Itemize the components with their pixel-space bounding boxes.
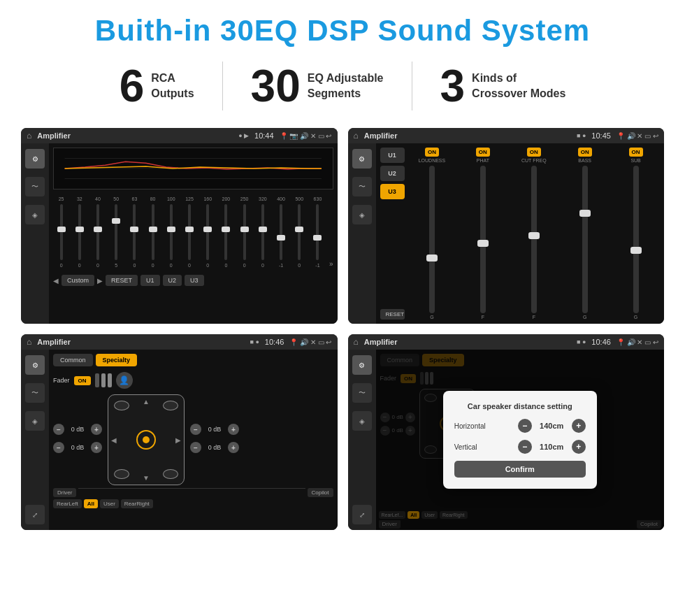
db-control-br: − 0 dB +: [190, 442, 239, 453]
eq-slider-500: 500 0: [291, 196, 308, 268]
sidebar-btn-4-expand[interactable]: ⤢: [352, 505, 372, 524]
btn-rearright[interactable]: RearRight: [121, 499, 153, 508]
slider-phat[interactable]: [480, 166, 486, 313]
sidebar-btn-3-expand[interactable]: ⤢: [25, 505, 45, 524]
next-icon[interactable]: ▶: [97, 277, 103, 285]
value-sub: G: [634, 315, 637, 320]
stat-rca: 6 RCA Outputs: [92, 64, 222, 108]
stat-number-3: 3: [440, 64, 466, 108]
minus-br[interactable]: −: [190, 442, 201, 453]
eq-slider-250: 250 0: [236, 196, 252, 268]
horizontal-minus[interactable]: −: [518, 419, 532, 433]
dsp-channels: ON LOUDNESS G ON PHAT: [408, 148, 661, 320]
time-2: 10:45: [591, 131, 611, 140]
sidebar-3: ⚙ 〜 ◈ ⤢: [21, 350, 49, 530]
arrow-right[interactable]: ▶: [175, 436, 181, 444]
sidebar-btn-3-eq[interactable]: ⚙: [25, 355, 45, 375]
toggle-loudness[interactable]: ON: [425, 148, 439, 157]
u2-btn-1[interactable]: U2: [163, 275, 182, 286]
sidebar-btn-wave[interactable]: 〜: [25, 177, 45, 196]
tab-specialty[interactable]: Specialty: [96, 354, 138, 366]
sidebar-btn-eq[interactable]: ⚙: [25, 149, 45, 169]
channel-phat: ON PHAT F: [459, 148, 507, 320]
sidebar-btn-3-vol[interactable]: ◈: [25, 411, 45, 431]
u1-btn-1[interactable]: U1: [140, 275, 160, 286]
slider-bass[interactable]: [582, 166, 588, 313]
btn-copilot[interactable]: Copilot: [308, 488, 333, 497]
minus-bl[interactable]: −: [53, 442, 64, 453]
preset-u3[interactable]: U3: [380, 184, 405, 199]
toggle-bass[interactable]: ON: [578, 148, 592, 157]
speaker-tr: [163, 401, 178, 410]
status-icons-4: 📍 🔊 ✕ ▭ ↩: [616, 338, 658, 346]
prev-icon[interactable]: ◀: [53, 277, 59, 285]
page-wrapper: Buith-in 30EQ DSP Sound System 6 RCA Out…: [0, 0, 685, 544]
sidebar-btn-4-eq[interactable]: ⚙: [352, 355, 372, 375]
toggle-cutfreq[interactable]: ON: [527, 148, 541, 157]
fader-row: Fader ON 👤: [53, 372, 333, 389]
slider-loudness[interactable]: [429, 166, 435, 313]
toggle-sub[interactable]: ON: [629, 148, 643, 157]
screens-grid: ⌂ Amplifier ● ▶ 10:44 📍 📷 🔊 ✕ ▭ ↩ ⚙ 〜 ◈: [21, 128, 664, 530]
stat-crossover: 3 Kinds of Crossover Modes: [412, 64, 594, 108]
vertical-label: Vertical: [454, 443, 496, 451]
plus-br[interactable]: +: [228, 442, 239, 453]
eq-slider-100: 100 0: [163, 196, 179, 268]
time-3: 10:46: [265, 338, 284, 346]
tab-common[interactable]: Common: [53, 354, 93, 366]
btn-driver[interactable]: Driver: [53, 488, 76, 497]
channel-bass: ON BASS G: [561, 148, 609, 320]
reset-btn-2[interactable]: RESET: [380, 309, 405, 320]
minus-tr[interactable]: −: [190, 424, 201, 435]
slider-cutfreq[interactable]: [531, 166, 537, 313]
label-bass: BASS: [578, 158, 591, 163]
eq-svg: [54, 148, 333, 189]
fader-toggle[interactable]: ON: [74, 376, 91, 385]
fader-bar-3: [108, 373, 112, 387]
arrow-down[interactable]: ▼: [143, 474, 150, 482]
toggle-phat[interactable]: ON: [476, 148, 490, 157]
sidebar-btn-4-vol[interactable]: ◈: [352, 411, 372, 431]
btn-all[interactable]: All: [84, 499, 98, 508]
arrow-up[interactable]: ▲: [143, 398, 150, 406]
preset-u1[interactable]: U1: [380, 148, 405, 163]
speaker-tabs: Common Specialty: [53, 354, 333, 366]
sidebar-btn-4-wave[interactable]: 〜: [352, 383, 372, 403]
dot-icons-1: ● ▶: [238, 132, 249, 139]
slider-sub[interactable]: [633, 166, 639, 313]
channel-sub: ON SUB G: [612, 148, 660, 320]
arrow-left[interactable]: ◀: [111, 436, 117, 444]
channel-loudness: ON LOUDNESS G: [408, 148, 456, 320]
preset-u2[interactable]: U2: [380, 166, 405, 181]
preset-custom[interactable]: Custom: [62, 275, 94, 286]
minus-tl[interactable]: −: [53, 424, 64, 435]
sidebar-btn-3-wave[interactable]: 〜: [25, 383, 45, 403]
vertical-plus[interactable]: +: [572, 440, 586, 454]
speaker-tl: [114, 401, 129, 410]
reset-btn-1[interactable]: RESET: [106, 275, 138, 286]
btn-user[interactable]: User: [100, 499, 119, 508]
horizontal-plus[interactable]: +: [572, 419, 586, 433]
speaker-main-content-4: Common Specialty Fader ON: [376, 350, 665, 530]
eq-main-content: 25 0 32 0 40 0: [49, 143, 338, 324]
plus-bl[interactable]: +: [91, 442, 102, 453]
sidebar-btn-2-eq[interactable]: ⚙: [352, 149, 372, 169]
speaker-bl: [114, 469, 129, 479]
confirm-button[interactable]: Confirm: [454, 461, 586, 478]
label-phat: PHAT: [477, 158, 489, 163]
fader-label: Fader: [53, 377, 70, 384]
sidebar-btn-2-wave[interactable]: 〜: [352, 177, 372, 196]
home-icon-1: ⌂: [27, 131, 31, 141]
stat-text-crossover: Kinds of Crossover Modes: [472, 71, 565, 102]
home-icon-4: ⌂: [354, 337, 359, 347]
btn-rearleft[interactable]: RearLeft: [53, 499, 82, 508]
sidebar-btn-vol[interactable]: ◈: [25, 205, 45, 224]
speaker-buttons: Driver Copilot: [53, 488, 333, 497]
vertical-minus[interactable]: −: [518, 440, 532, 454]
plus-tl[interactable]: +: [91, 424, 102, 435]
sidebar-btn-2-vol[interactable]: ◈: [352, 205, 372, 224]
u3-btn-1[interactable]: U3: [185, 275, 204, 286]
eq-slider-630: 630 -1: [310, 196, 326, 268]
plus-tr[interactable]: +: [228, 424, 239, 435]
status-bar-2: ⌂ Amplifier ■ ● 10:45 📍 🔊 ✕ ▭ ↩: [348, 128, 665, 143]
